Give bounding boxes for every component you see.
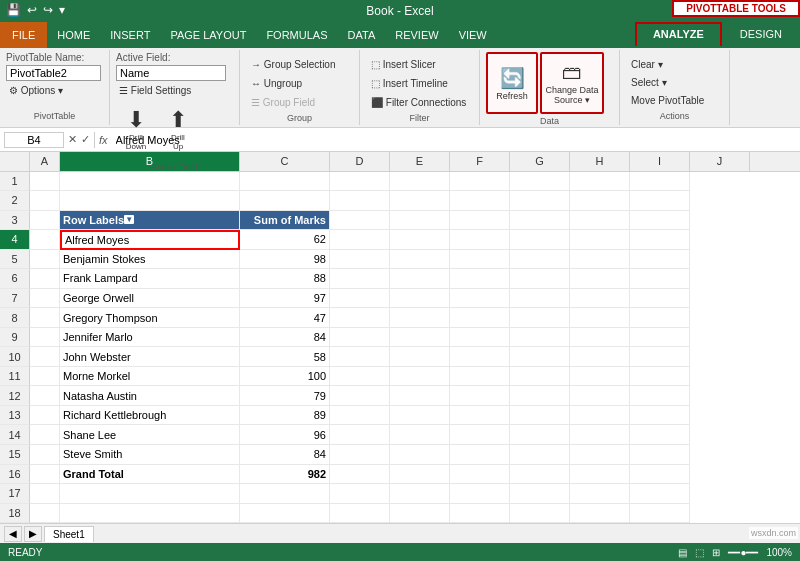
cell-a1[interactable] [30, 172, 60, 192]
cell-e11[interactable] [390, 367, 450, 387]
tab-view[interactable]: VIEW [449, 22, 497, 48]
cell-f8[interactable] [450, 308, 510, 328]
cell-e8[interactable] [390, 308, 450, 328]
cell-b3-header[interactable]: Row Labels ▼ [60, 211, 240, 231]
cell-c7[interactable]: 97 [240, 289, 330, 309]
cell-c13[interactable]: 89 [240, 406, 330, 426]
cell-c5[interactable]: 98 [240, 250, 330, 270]
cell-g1[interactable] [510, 172, 570, 192]
cell-d14[interactable] [330, 425, 390, 445]
cell-f15[interactable] [450, 445, 510, 465]
cell-e14[interactable] [390, 425, 450, 445]
cell-h6[interactable] [570, 269, 630, 289]
cell-g16[interactable] [510, 465, 570, 485]
cell-a14[interactable] [30, 425, 60, 445]
cell-c14[interactable]: 96 [240, 425, 330, 445]
col-header-c[interactable]: C [240, 152, 330, 171]
cell-d9[interactable] [330, 328, 390, 348]
cell-e7[interactable] [390, 289, 450, 309]
cell-g9[interactable] [510, 328, 570, 348]
cell-i1[interactable] [630, 172, 690, 192]
cell-a13[interactable] [30, 406, 60, 426]
cell-d7[interactable] [330, 289, 390, 309]
cell-c9[interactable]: 84 [240, 328, 330, 348]
refresh-button[interactable]: 🔄 Refresh [486, 52, 538, 114]
cell-i3[interactable] [630, 211, 690, 231]
cell-a18[interactable] [30, 504, 60, 523]
cell-f11[interactable] [450, 367, 510, 387]
tab-pagelayout[interactable]: PAGE LAYOUT [160, 22, 256, 48]
insert-slicer-button[interactable]: ⬚ Insert Slicer [366, 56, 441, 73]
cell-e1[interactable] [390, 172, 450, 192]
cell-c8[interactable]: 47 [240, 308, 330, 328]
active-field-input[interactable] [116, 65, 226, 81]
undo-icon[interactable]: ↩ [25, 2, 39, 18]
cell-i17[interactable] [630, 484, 690, 504]
cell-g3[interactable] [510, 211, 570, 231]
cell-b6[interactable]: Frank Lampard [60, 269, 240, 289]
cell-g17[interactable] [510, 484, 570, 504]
row-labels-dropdown-icon[interactable]: ▼ [124, 215, 134, 224]
col-header-e[interactable]: E [390, 152, 450, 171]
cell-i5[interactable] [630, 250, 690, 270]
cell-h3[interactable] [570, 211, 630, 231]
cell-b4[interactable]: Alfred Moyes [60, 230, 240, 250]
cell-b15[interactable]: Steve Smith [60, 445, 240, 465]
cell-d4[interactable] [330, 230, 390, 250]
col-header-j[interactable]: J [690, 152, 750, 171]
more-icon[interactable]: ▾ [57, 2, 67, 18]
cell-f12[interactable] [450, 386, 510, 406]
cell-d13[interactable] [330, 406, 390, 426]
cell-a9[interactable] [30, 328, 60, 348]
cell-h4[interactable] [570, 230, 630, 250]
ungroup-button[interactable]: ↔ Ungroup [246, 75, 307, 92]
cell-f9[interactable] [450, 328, 510, 348]
cell-h7[interactable] [570, 289, 630, 309]
cell-e16[interactable] [390, 465, 450, 485]
cell-g4[interactable] [510, 230, 570, 250]
cell-g10[interactable] [510, 347, 570, 367]
cell-i4[interactable] [630, 230, 690, 250]
sheet-tab-sheet1[interactable]: Sheet1 [44, 526, 94, 542]
cell-d16[interactable] [330, 465, 390, 485]
col-header-a[interactable]: A [30, 152, 60, 171]
cell-a11[interactable] [30, 367, 60, 387]
tab-formulas[interactable]: FORMULAS [256, 22, 337, 48]
tab-data[interactable]: DATA [338, 22, 386, 48]
cell-f18[interactable] [450, 504, 510, 523]
sheet-nav-left[interactable]: ◀ [4, 526, 22, 542]
cell-d8[interactable] [330, 308, 390, 328]
cell-h18[interactable] [570, 504, 630, 523]
cell-reference-box[interactable] [4, 132, 64, 148]
change-data-source-button[interactable]: 🗃 Change DataSource ▾ [540, 52, 604, 114]
cell-b13[interactable]: Richard Kettlebrough [60, 406, 240, 426]
cell-a17[interactable] [30, 484, 60, 504]
cell-c15[interactable]: 84 [240, 445, 330, 465]
cell-i13[interactable] [630, 406, 690, 426]
cell-g6[interactable] [510, 269, 570, 289]
cell-i7[interactable] [630, 289, 690, 309]
cell-d18[interactable] [330, 504, 390, 523]
cell-c18[interactable] [240, 504, 330, 523]
cell-d10[interactable] [330, 347, 390, 367]
cell-i6[interactable] [630, 269, 690, 289]
save-icon[interactable]: 💾 [4, 2, 23, 18]
cell-g7[interactable] [510, 289, 570, 309]
cell-e17[interactable] [390, 484, 450, 504]
cell-i18[interactable] [630, 504, 690, 523]
cell-d1[interactable] [330, 172, 390, 192]
cell-i16[interactable] [630, 465, 690, 485]
redo-icon[interactable]: ↪ [41, 2, 55, 18]
cell-c16-grand-total[interactable]: 982 [240, 465, 330, 485]
cell-h17[interactable] [570, 484, 630, 504]
cell-g8[interactable] [510, 308, 570, 328]
confirm-formula-icon[interactable]: ✓ [81, 133, 90, 146]
cell-d5[interactable] [330, 250, 390, 270]
cell-d2[interactable] [330, 191, 390, 211]
cell-h11[interactable] [570, 367, 630, 387]
cell-e15[interactable] [390, 445, 450, 465]
cell-g11[interactable] [510, 367, 570, 387]
cell-h1[interactable] [570, 172, 630, 192]
cell-f4[interactable] [450, 230, 510, 250]
view-page-break-icon[interactable]: ⊞ [712, 547, 720, 558]
